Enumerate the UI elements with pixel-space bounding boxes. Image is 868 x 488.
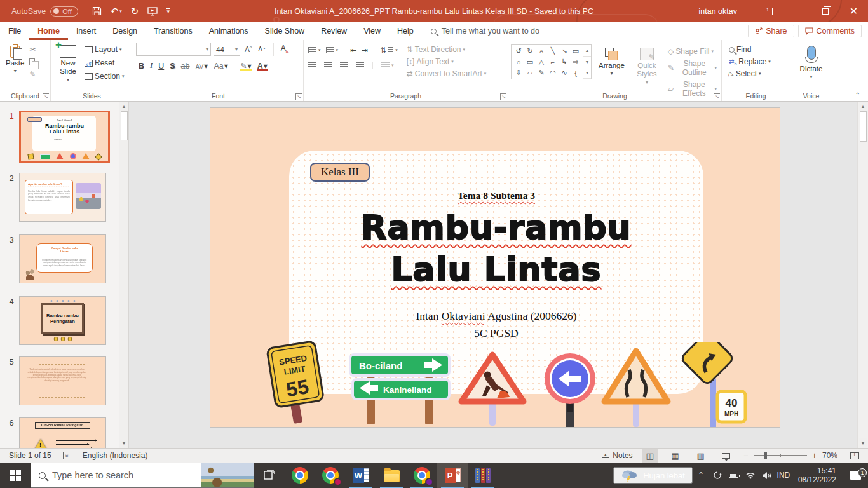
reading-view-button[interactable]: ▥ (693, 449, 709, 463)
slide-show-button[interactable] (718, 449, 735, 463)
taskbar-chrome-2[interactable] (315, 463, 346, 488)
bullets-button[interactable]: ▾ (306, 46, 323, 54)
text-highlight-button[interactable]: ✎▾ (238, 60, 254, 71)
dictate-button[interactable]: Dictate ▾ (793, 43, 829, 81)
taskbar-search[interactable] (31, 463, 254, 488)
increase-indent-button[interactable]: ⇥ (360, 45, 370, 55)
shape-wave-icon[interactable]: ∿ (561, 69, 567, 77)
taskbar-file-explorer[interactable] (376, 463, 407, 488)
panel-scroll-up-button[interactable]: ▲ (120, 102, 128, 111)
shape-textbox-icon[interactable]: A (538, 48, 545, 55)
comments-button[interactable]: Comments (798, 25, 862, 37)
taskbar-winrar[interactable] (468, 463, 498, 488)
text-direction-button[interactable]: ⇅Text Direction▾ (405, 44, 489, 55)
kelas-badge[interactable]: Kelas III (310, 163, 370, 182)
taskbar-chrome-1[interactable] (285, 463, 315, 488)
shape-elbow-arrow-icon[interactable]: ↳ (561, 58, 567, 66)
search-box-daily-image[interactable] (201, 463, 254, 487)
shape-elbow-icon[interactable]: ⌐ (551, 58, 555, 66)
arrange-button[interactable]: Arrange ▾ (595, 44, 628, 78)
panel-scroll-down-button[interactable]: ▼ (120, 438, 128, 448)
shapes-gallery[interactable]: ↺↻A╲↘▭ ○▭△⌐↳⇨ ⇩▱✎◠∿{ ▲ ▼ ▼ (511, 44, 592, 79)
font-name-combo[interactable]: ▾ (136, 43, 211, 56)
italic-button[interactable]: I (147, 60, 155, 71)
shape-oval-icon[interactable]: ○ (517, 58, 521, 66)
fit-slide-button[interactable] (846, 449, 863, 463)
bold-button[interactable]: B (136, 61, 147, 71)
layout-button[interactable]: Layout▾ (83, 44, 126, 55)
action-center-button[interactable]: 1 (843, 471, 868, 480)
language-indicator[interactable]: English (Indonesia) (83, 451, 148, 460)
slide-editing-area[interactable]: Kelas III Tema 8 Subtema 3 Rambu-rambu L… (129, 102, 857, 448)
shape-curve-left-icon[interactable]: ↺ (515, 47, 521, 55)
underline-button[interactable]: U (156, 61, 166, 71)
slide-thumbnail-4[interactable]: Rambu-rambu Peringatan (19, 296, 106, 345)
slide-thumbnail-1[interactable]: Tema 8 Subtema 3 Rambu-rambuLalu Lintas … (19, 111, 110, 163)
character-spacing-button[interactable]: AV▾ (193, 60, 210, 71)
scroll-thumb[interactable] (860, 111, 867, 142)
share-button[interactable]: Share (748, 25, 794, 37)
tab-review[interactable]: Review (313, 22, 355, 40)
align-center-button[interactable] (322, 62, 334, 69)
shapes-gallery-more[interactable]: ▼ (583, 67, 591, 79)
convert-smartart-button[interactable]: ⇄Convert to SmartArt▾ (405, 69, 489, 79)
format-painter-button[interactable]: ✎ (27, 69, 41, 79)
cut-button[interactable]: ✂ (27, 44, 41, 55)
taskbar-powerpoint[interactable]: P (437, 463, 468, 488)
align-right-button[interactable] (338, 62, 350, 69)
reset-button[interactable]: Reset (83, 58, 126, 68)
zoom-slider[interactable] (754, 455, 807, 456)
shapes-scroll-up[interactable]: ▲ (583, 45, 591, 57)
drawing-dialog-launcher[interactable]: ↘ (714, 93, 720, 100)
shape-down-arrow-icon[interactable]: ⇩ (515, 69, 521, 77)
tray-volume-button[interactable] (759, 471, 775, 480)
tell-me-search[interactable]: Tell me what you want to do (431, 22, 539, 40)
tab-slide-show[interactable]: Slide Show (257, 22, 313, 40)
shapes-scroll-down[interactable]: ▼ (583, 57, 591, 68)
paste-button[interactable]: Paste ▾ (3, 43, 27, 91)
slide-author[interactable]: Intan Oktaviani Agustina (2006626) (289, 309, 703, 323)
account-user-name[interactable]: intan oktav (699, 7, 737, 16)
tab-transitions[interactable]: Transitions (146, 22, 201, 40)
save-button[interactable] (92, 6, 102, 16)
align-text-button[interactable]: [↕]Align Text▾ (405, 57, 489, 67)
shape-rounded-rect-icon[interactable]: ▭ (527, 58, 533, 66)
language-tray-button[interactable]: IND (775, 471, 792, 480)
font-color-button[interactable]: A▾ (255, 60, 270, 71)
font-dialog-launcher[interactable]: ↘ (295, 93, 302, 100)
new-slide-dropdown-icon[interactable]: ▾ (67, 77, 69, 83)
clock-tray-button[interactable]: 15:41 08/12/2022 (792, 466, 843, 484)
select-button[interactable]: ▷Select▾ (727, 69, 787, 79)
quick-styles-button[interactable]: Quick Styles ▾ (632, 44, 662, 86)
tray-expand-button[interactable]: ⌃ (693, 471, 709, 480)
section-button[interactable]: Section▾ (83, 71, 126, 81)
panel-scroll-thumb[interactable] (121, 111, 128, 140)
vertical-scrollbar[interactable]: ▲ ▼ (857, 102, 868, 448)
change-case-button[interactable]: Aa▾ (211, 60, 231, 71)
taskbar-chrome-3[interactable] (407, 463, 437, 488)
clipboard-dialog-launcher[interactable]: ↘ (43, 93, 49, 100)
clear-formatting-button[interactable]: A◣ (279, 43, 291, 55)
shape-outline-button[interactable]: ✎Shape Outline▾ (666, 58, 719, 78)
zoom-level[interactable]: 70% (822, 451, 837, 460)
shape-scribble-icon[interactable]: ✎ (538, 69, 544, 77)
shape-curve-right-icon[interactable]: ↻ (527, 47, 532, 55)
slide-thumbnail-6[interactable]: Ciri-ciri Rambu Peringatan (19, 417, 106, 448)
slide-title[interactable]: Rambu-rambu Lalu Lintas (289, 207, 703, 290)
scroll-up-button[interactable]: ▲ (859, 102, 867, 111)
tray-battery-button[interactable] (726, 473, 742, 478)
new-slide-button[interactable]: New Slide ▾ (53, 43, 83, 91)
line-spacing-button[interactable]: ⇅▾ (378, 45, 400, 55)
autosave-toggle[interactable]: Off (50, 6, 78, 17)
font-size-combo[interactable]: 44▾ (214, 43, 240, 56)
slide-thumbnail-2[interactable]: Apa itu rambu lalu lintas? Rambu lalu li… (19, 173, 106, 222)
customize-qat-button[interactable]: ▾ (166, 8, 170, 14)
columns-button[interactable]: ▾ (379, 62, 396, 69)
tab-insert[interactable]: Insert (68, 22, 104, 40)
shape-freeform-icon[interactable]: ▱ (527, 69, 532, 77)
paragraph-dialog-launcher[interactable]: ↘ (500, 93, 506, 100)
slide-thumbnail-5[interactable]: Tanda peringatan adalah sebuah jenis tan… (19, 356, 106, 405)
align-left-button[interactable] (306, 62, 318, 69)
slide-canvas[interactable]: Kelas III Tema 8 Subtema 3 Rambu-rambu L… (210, 108, 780, 427)
start-from-beginning-button[interactable] (147, 7, 158, 16)
